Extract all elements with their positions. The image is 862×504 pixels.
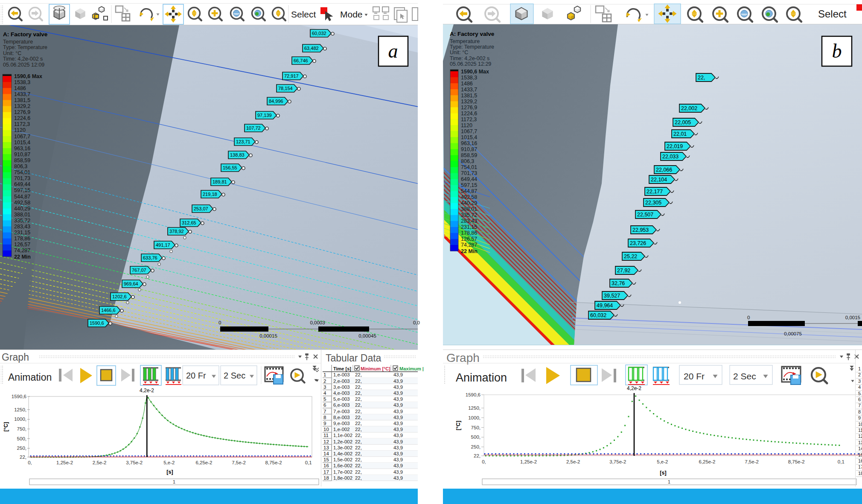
svg-text:22,953: 22,953 [632,227,649,233]
svg-text:1590,6 Max: 1590,6 Max [461,69,489,75]
svg-text:22,: 22, [20,454,26,460]
svg-text:1: 1 [173,479,175,484]
svg-text:11: 11 [323,432,329,438]
svg-text:178,86: 178,86 [14,236,30,242]
svg-text:Graph: Graph [446,351,480,364]
svg-text:Type: Temperature: Type: Temperature [3,44,47,50]
svg-text:1590,6: 1590,6 [466,392,481,397]
svg-text:0,: 0, [482,459,486,464]
svg-text:5,e-2: 5,e-2 [657,459,668,464]
svg-text:18: 18 [323,475,329,481]
svg-text:2,5e-2: 2,5e-2 [93,460,107,465]
svg-text:6,25e-2: 6,25e-2 [699,459,715,464]
svg-text:910,87: 910,87 [461,146,477,152]
svg-text:963,16: 963,16 [461,140,477,146]
svg-text:22,: 22, [355,445,362,450]
svg-text:16: 16 [858,458,862,463]
svg-text:388,01: 388,01 [14,212,30,218]
svg-text:1433,7: 1433,7 [14,91,30,97]
svg-text:43,9: 43,9 [393,385,403,390]
svg-text:05.06.2025 12:09: 05.06.2025 12:09 [3,62,44,68]
svg-text:750,: 750, [17,426,26,431]
svg-text:1120: 1120 [14,127,26,133]
svg-text:312,65: 312,65 [182,220,196,225]
svg-text:9: 9 [323,420,326,426]
svg-text:8,75e-2: 8,75e-2 [265,460,282,465]
svg-text:0,0015: 0,0015 [845,315,860,320]
svg-text:15: 15 [858,452,862,457]
svg-text:b: b [832,40,842,62]
svg-text:6: 6 [323,402,326,408]
svg-text:60,032: 60,032 [312,31,326,36]
svg-text:43,9: 43,9 [393,396,403,402]
svg-text:126,57: 126,57 [14,242,30,248]
svg-text:22,: 22, [355,379,362,384]
svg-text:1224,6: 1224,6 [461,111,477,117]
svg-text:10: 10 [323,426,329,432]
svg-text:22,104: 22,104 [651,177,667,183]
svg-text:32,76: 32,76 [612,280,625,286]
svg-text:43,9: 43,9 [393,372,403,377]
svg-text:1590,6: 1590,6 [12,394,26,399]
svg-text:283,43: 283,43 [461,218,477,224]
svg-text:4: 4 [858,385,861,390]
svg-text:1224,6: 1224,6 [14,115,30,121]
svg-text:1250,: 1250, [14,407,26,412]
svg-text:72,917: 72,917 [284,73,299,79]
svg-text:84,996: 84,996 [269,99,283,104]
svg-text:969,64: 969,64 [124,281,138,286]
svg-text:11: 11 [858,428,862,433]
svg-text:22,019: 22,019 [667,143,683,149]
svg-text:1: 1 [858,366,861,371]
svg-text:10: 10 [858,422,862,427]
svg-text:43,9: 43,9 [393,427,403,432]
svg-text:43,9: 43,9 [393,475,403,481]
svg-text:189,81: 189,81 [213,179,227,184]
svg-text:1,25e-2: 1,25e-2 [56,460,73,465]
svg-text:22,177: 22,177 [646,189,663,195]
svg-text:963,16: 963,16 [14,146,30,151]
svg-text:4,2e-2: 4,2e-2 [627,385,641,391]
svg-text:43,9: 43,9 [393,415,403,420]
svg-text:5: 5 [858,391,861,396]
svg-text:Animation: Animation [456,371,507,384]
svg-text:43,9: 43,9 [393,463,403,468]
svg-text:22,: 22, [355,439,362,444]
svg-text:492,58: 492,58 [461,194,477,200]
svg-text:156,55: 156,55 [223,165,237,170]
svg-text:6: 6 [858,397,861,402]
svg-text:43,9: 43,9 [393,390,403,396]
svg-text:43,9: 43,9 [393,457,403,462]
svg-text:806,3: 806,3 [461,158,474,164]
svg-text:750,: 750, [471,425,481,430]
svg-text:22,002: 22,002 [681,105,697,111]
svg-text:12: 12 [323,439,329,444]
svg-text:250,: 250, [471,444,481,449]
svg-text:Type: Temperature: Type: Temperature [450,44,494,50]
svg-text:22,: 22, [355,421,362,426]
svg-text:1,7e-002: 1,7e-002 [333,469,352,475]
svg-text:544,87: 544,87 [14,194,30,200]
svg-text:20 Fr: 20 Fr [186,371,206,380]
svg-text:78,154: 78,154 [278,86,293,91]
svg-text:22,: 22, [355,475,362,481]
svg-text:1202,6: 1202,6 [112,294,127,299]
svg-text:17: 17 [323,469,329,475]
svg-text:1466,6: 1466,6 [101,308,116,313]
svg-text:20 Fr: 20 Fr [684,371,705,381]
svg-text:1000,: 1000, [468,415,481,420]
svg-text:1067,7: 1067,7 [461,128,477,134]
svg-text:858,59: 858,59 [14,157,30,163]
svg-text:597,15: 597,15 [461,182,477,188]
svg-text:7,5e-2: 7,5e-2 [745,459,759,464]
svg-text:1,25e-2: 1,25e-2 [520,459,537,464]
svg-text:22,: 22, [355,457,362,462]
svg-text:22,: 22, [355,433,362,438]
svg-text:858,59: 858,59 [461,152,477,158]
svg-text:5: 5 [323,396,326,402]
svg-text:1: 1 [323,372,326,377]
svg-text:22,: 22, [355,451,362,456]
svg-text:0,: 0, [28,460,32,465]
svg-text:1172,3: 1172,3 [461,117,477,122]
svg-text:2 Sec: 2 Sec [224,371,245,380]
